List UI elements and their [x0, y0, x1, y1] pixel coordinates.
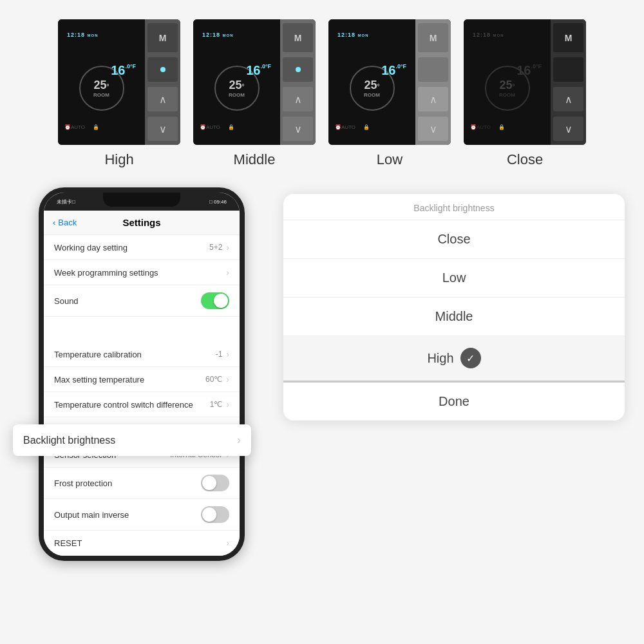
phone-notch	[103, 193, 180, 207]
right-panel-high: M ∧ ∨	[145, 19, 180, 145]
temp-cal-label: Temperature calibration	[54, 350, 142, 359]
working-day-row[interactable]: Working day setting 5+2 ›	[44, 235, 240, 260]
phone-header: ‹ Back Settings	[44, 211, 240, 235]
temp-cal-value: -1 ›	[216, 349, 229, 359]
bottom-icons-l: ⏰AUTO🔒	[335, 124, 370, 130]
option-close-label: Close	[437, 232, 470, 247]
dot-c	[553, 57, 583, 82]
temp-switch-row[interactable]: Temperature control switch difference 1℃…	[44, 392, 240, 417]
reset-row[interactable]: RESET ›	[44, 531, 240, 556]
right-panel-low: M ∧ ∨	[415, 19, 451, 145]
m-button: M	[147, 23, 178, 52]
up-m: ∧	[283, 87, 313, 111]
frost-toggle[interactable]	[201, 475, 229, 491]
set-temp-c: 16.0°F	[516, 63, 542, 78]
max-temp-label: Max setting temperature	[54, 375, 144, 384]
thermostat-high: 12:18 MON 16.0°F 25° ROOM ⏰AUTO🔒 M ∧ ∨	[58, 19, 180, 168]
low-label: Low	[377, 151, 402, 168]
m-button-m: M	[283, 23, 313, 52]
thermostat-middle: 12:18 MON 16.0°F 25° ROOM ⏰AUTO🔒 M ∧ ∨	[193, 19, 316, 168]
sound-row[interactable]: Sound	[44, 285, 240, 317]
device-time-l: 12:18 MON	[337, 32, 369, 38]
high-label: High	[104, 151, 133, 168]
done-button[interactable]: Done	[283, 383, 625, 421]
temp-switch-value: 1℃ ›	[210, 399, 229, 410]
temp-cal-row[interactable]: Temperature calibration -1 ›	[44, 342, 240, 367]
dot-l	[418, 57, 448, 82]
chevron-icon-2: ›	[226, 267, 229, 278]
dropdown-panel: Backlight brightness Close Low Middle Hi…	[283, 194, 625, 421]
down-m: ∨	[283, 117, 313, 141]
set-temp-m: 16.0°F	[246, 63, 271, 78]
set-temp: 16.0°F	[111, 63, 136, 78]
working-day-label: Working day setting	[54, 243, 128, 252]
phone: 未插卡□ □ 09:46 ‹ Back Settings Working day…	[39, 187, 245, 561]
option-low-label: Low	[442, 270, 466, 285]
frost-label: Frost protection	[54, 478, 112, 488]
device-high: 12:18 MON 16.0°F 25° ROOM ⏰AUTO🔒 M ∧ ∨	[58, 19, 180, 145]
option-high[interactable]: High ✓	[283, 336, 625, 381]
m-button-c: M	[553, 23, 583, 52]
thermostat-close: 12:18 MON 16.0°F 25° ROOM ⏰AUTO🔒 M ∧ ∨	[464, 19, 586, 168]
up-button: ∧	[147, 87, 178, 111]
settings-title: Settings	[122, 217, 160, 228]
thermostat-low: 12:18 MON 16.0°F 25° ROOM ⏰AUTO🔒 M ∧ ∨	[328, 19, 451, 168]
sound-label: Sound	[54, 296, 79, 306]
frost-row[interactable]: Frost protection	[44, 468, 240, 499]
back-button[interactable]: ‹ Back	[53, 218, 77, 227]
chevron-icon-5: ›	[226, 374, 229, 384]
set-temp-l: 16.0°F	[381, 63, 406, 78]
backlight-popup[interactable]: Backlight brightness ›	[13, 424, 251, 456]
dropdown-title: Backlight brightness	[283, 194, 625, 220]
bottom-icons: ⏰AUTO🔒	[64, 124, 99, 130]
chevron-icon-6: ›	[226, 399, 229, 410]
phone-container: 未插卡□ □ 09:46 ‹ Back Settings Working day…	[19, 187, 264, 561]
working-day-value: 5+2 ›	[209, 242, 229, 252]
dot-m	[283, 57, 313, 82]
backlight-label: Backlight brightness	[54, 325, 129, 334]
check-icon: ✓	[460, 348, 481, 368]
phone-settings-list: Working day setting 5+2 › Week programmi…	[44, 235, 240, 556]
dot-indicator	[147, 57, 178, 82]
week-prog-label: Week programming settings	[54, 268, 158, 278]
right-panel-close: M ∧ ∨	[551, 19, 586, 145]
done-label: Done	[439, 394, 469, 408]
output-label: Output main inverse	[54, 510, 129, 520]
option-low[interactable]: Low	[283, 259, 625, 298]
middle-label: Middle	[234, 151, 276, 168]
down-button: ∨	[147, 117, 178, 141]
output-toggle[interactable]	[201, 506, 229, 523]
phone-status-bar: 未插卡□ □ 09:46	[44, 193, 240, 211]
close-label: Close	[507, 151, 543, 168]
device-time: 12:18 MON	[67, 32, 99, 38]
bottom-icons-c: ⏰AUTO🔒	[470, 124, 505, 130]
option-middle[interactable]: Middle	[283, 298, 625, 336]
device-middle: 12:18 MON 16.0°F 25° ROOM ⏰AUTO🔒 M ∧ ∨	[193, 19, 316, 145]
up-l: ∧	[418, 87, 448, 111]
chevron-icon-3: ›	[226, 324, 229, 334]
max-temp-row[interactable]: Max setting temperature 60℃ ›	[44, 367, 240, 392]
m-button-l: M	[418, 23, 448, 52]
up-c: ∧	[553, 87, 583, 111]
max-temp-value: 60℃ ›	[205, 374, 229, 384]
thermostat-row: 12:18 MON 16.0°F 25° ROOM ⏰AUTO🔒 M ∧ ∨	[0, 0, 644, 175]
week-prog-value: ›	[226, 267, 229, 278]
option-middle-label: Middle	[435, 309, 473, 324]
device-time-c: 12:18 MON	[473, 32, 504, 38]
right-panel-middle: M ∧ ∨	[280, 19, 316, 145]
back-chevron-icon: ‹	[53, 218, 55, 227]
sound-toggle[interactable]	[201, 292, 229, 309]
status-right: □ 09:46	[209, 199, 227, 205]
down-c: ∨	[553, 117, 583, 141]
backlight-chevron-icon: ›	[237, 433, 241, 447]
bottom-icons-m: ⏰AUTO🔒	[200, 124, 234, 130]
chevron-icon: ›	[226, 242, 229, 252]
chevron-icon-9: ›	[226, 538, 229, 548]
week-prog-row[interactable]: Week programming settings ›	[44, 260, 240, 285]
output-row[interactable]: Output main inverse	[44, 499, 240, 531]
reset-label: RESET	[54, 538, 82, 548]
reset-value: ›	[226, 538, 229, 548]
device-time-m: 12:18 MON	[202, 32, 234, 38]
option-high-label: High	[427, 351, 453, 366]
option-close[interactable]: Close	[283, 220, 625, 259]
